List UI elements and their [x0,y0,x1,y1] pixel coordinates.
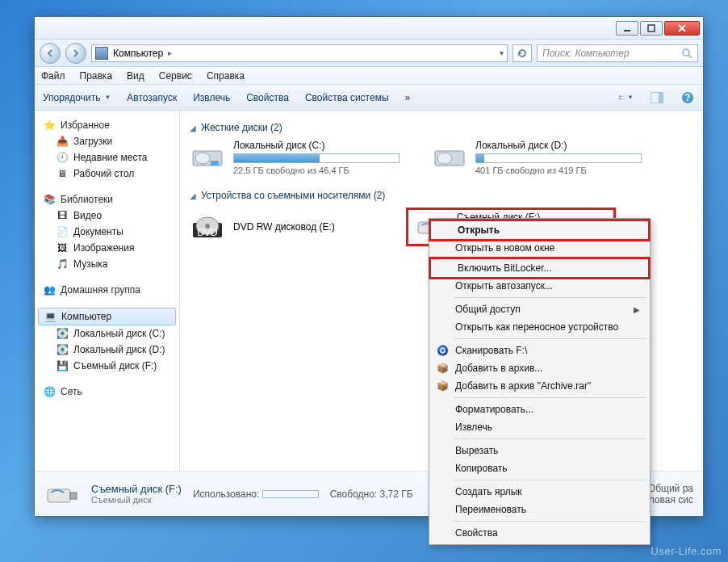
properties-button[interactable]: Свойства [246,92,289,103]
autoplay-button[interactable]: Автозапуск [127,92,177,103]
music-icon: 🎵 [56,258,69,271]
details-type: Съемный диск [91,495,182,505]
network-icon: 🌐 [43,385,56,398]
sidebar-network[interactable]: 🌐Сеть [38,384,176,400]
ctx-copy[interactable]: Копировать [431,459,648,477]
ctx-format[interactable]: Форматировать... [431,401,648,418]
svg-text:?: ? [684,92,690,103]
sidebar-item-drive-f[interactable]: 💾Съемный диск (F:) [38,358,176,374]
view-button[interactable]: ▼ [619,90,634,105]
sidebar-item-pictures[interactable]: 🖼Изображения [38,240,176,256]
sidebar-homegroup[interactable]: 👥Домашняя группа [38,282,176,298]
sidebar-item-desktop[interactable]: 🖥Рабочий стол [38,166,176,182]
sidebar-item-recent[interactable]: 🕘Недавние места [38,149,176,166]
ctx-scan[interactable]: 🧿Сканировать F:\ [431,342,648,359]
separator [454,521,646,522]
sidebar: ⭐Избранное 📥Загрузки 🕘Недавние места 🖥Ра… [35,111,180,471]
ctx-open-portable[interactable]: Открыть как переносное устройство [431,318,648,336]
dvd-icon: DVD [190,212,225,242]
scan-icon: 🧿 [436,344,449,357]
ctx-open[interactable]: Открыть [431,221,648,239]
ctx-properties[interactable]: Свойства [431,524,648,542]
menu-help[interactable]: Справка [207,70,245,82]
sidebar-item-documents[interactable]: 📄Документы [38,224,176,240]
drive-name: DVD RW дисковод (E:) [233,221,335,233]
section-hdd[interactable]: ◢Жесткие диски (2) [190,122,693,133]
capacity-bar [475,153,642,163]
drive-name: Локальный диск (C:) [233,140,400,151]
drive-name: Локальный диск (D:) [475,140,642,151]
ctx-add-archive[interactable]: 📦Добавить в архив... [431,359,648,377]
sidebar-computer[interactable]: 💻Компьютер [38,308,176,325]
preview-pane-button[interactable] [650,90,664,105]
section-removable[interactable]: ◢Устройства со съемными носителями (2) [190,190,693,201]
sidebar-item-drive-c[interactable]: 💽Локальный диск (C:) [38,325,176,342]
titlebar [35,17,703,40]
chevron-down-icon[interactable]: ▾ [500,48,504,57]
hdd-icon [432,140,467,170]
search-icon [681,48,692,59]
nav-row: Компьютер▸ ▾ Поиск: Компьютер [35,40,703,67]
minimize-button[interactable] [616,21,638,36]
svg-line-5 [688,55,692,58]
separator [454,297,646,298]
ctx-rename[interactable]: Переименовать [431,501,648,518]
system-properties-button[interactable]: Свойства системы [305,92,389,103]
collapse-icon: ◢ [190,124,196,132]
chevron-right-icon: ▶ [634,305,640,314]
watermark: User-Life.com [651,545,722,557]
menu-file[interactable]: Файл [41,70,65,82]
menu-edit[interactable]: Правка [80,70,113,82]
desktop-icon: 🖥 [56,167,69,180]
svg-rect-25 [48,489,70,502]
maximize-button[interactable] [640,21,663,36]
forward-button[interactable] [65,43,86,64]
context-menu: Открыть Открыть в новом окне Включить Bi… [429,218,651,545]
document-icon: 📄 [56,225,69,238]
refresh-button[interactable] [513,44,532,62]
chevron-down-icon: ▼ [104,94,111,101]
drive-free: 22,5 ГБ свободно из 46,4 ГБ [233,166,400,175]
drive-dvd[interactable]: DVD DVD RW дисковод (E:) [190,208,383,246]
eject-button[interactable]: Извлечь [193,92,230,103]
menu-tools[interactable]: Сервис [159,70,192,82]
ctx-share[interactable]: Общий доступ▶ [431,300,648,318]
archive-icon: 📦 [436,362,449,375]
details-title: Съемный диск (F:) [91,483,182,495]
toolbar-more[interactable]: » [405,92,411,103]
video-icon: 🎞 [56,209,69,222]
help-button[interactable]: ? [680,90,695,105]
organize-button[interactable]: Упорядочить▼ [43,92,111,103]
back-button[interactable] [40,43,61,64]
ctx-open-autoplay[interactable]: Открыть автозапуск... [431,277,648,295]
chevron-right-icon: ▸ [168,48,172,57]
menu-view[interactable]: Вид [127,70,144,82]
ctx-add-archive-named[interactable]: 📦Добавить в архив "Archive.rar" [431,377,648,395]
details-free-value: 3,72 ГБ [380,489,413,500]
breadcrumb-root[interactable]: Компьютер [113,48,163,59]
collapse-icon: ◢ [190,191,196,200]
ctx-cut[interactable]: Вырезать [431,442,648,459]
computer-icon: 💻 [44,310,56,323]
ctx-eject[interactable]: Извлечь [431,418,648,436]
recent-icon: 🕘 [56,151,69,164]
svg-rect-6 [619,95,621,97]
address-bar[interactable]: Компьютер▸ ▾ [91,44,508,62]
svg-rect-1 [648,25,655,31]
sidebar-item-downloads[interactable]: 📥Загрузки [38,133,176,149]
ctx-create-shortcut[interactable]: Создать ярлык [431,483,648,501]
separator [454,397,646,398]
sidebar-item-videos[interactable]: 🎞Видео [38,208,176,224]
search-input[interactable]: Поиск: Компьютер [537,44,698,62]
sidebar-libraries[interactable]: 📚Библиотеки [38,191,176,208]
sidebar-favorites[interactable]: ⭐Избранное [38,117,176,133]
close-button[interactable] [664,21,700,36]
picture-icon: 🖼 [56,241,69,254]
svg-rect-11 [659,92,663,103]
drive-d[interactable]: Локальный диск (D:) 401 ГБ свободно из 4… [432,140,642,175]
sidebar-item-music[interactable]: 🎵Музыка [38,256,176,272]
ctx-enable-bitlocker[interactable]: Включить BitLocker... [431,259,648,277]
ctx-open-new-window[interactable]: Открыть в новом окне [431,239,648,257]
drive-c[interactable]: Локальный диск (C:) 22,5 ГБ свободно из … [190,140,400,175]
sidebar-item-drive-d[interactable]: 💽Локальный диск (D:) [38,342,176,358]
